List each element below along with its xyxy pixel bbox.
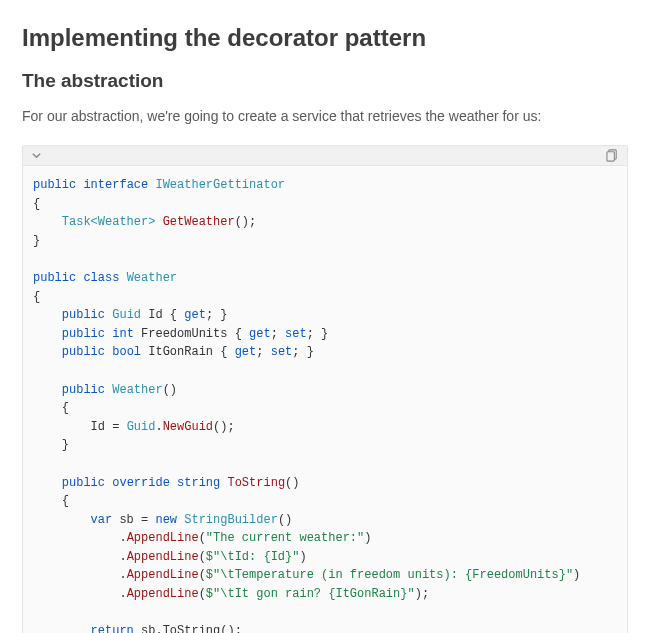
copy-icon[interactable] <box>606 149 619 162</box>
section-heading: The abstraction <box>22 70 628 92</box>
code-toolbar <box>23 146 627 166</box>
svg-rect-1 <box>607 152 614 161</box>
code-block: public interface IWeatherGettinator { Ta… <box>22 145 628 633</box>
intro-paragraph: For our abstraction, we're going to crea… <box>22 106 628 127</box>
page-title: Implementing the decorator pattern <box>22 24 628 52</box>
code-content: public interface IWeatherGettinator { Ta… <box>23 166 627 633</box>
collapse-toggle[interactable] <box>31 150 42 161</box>
